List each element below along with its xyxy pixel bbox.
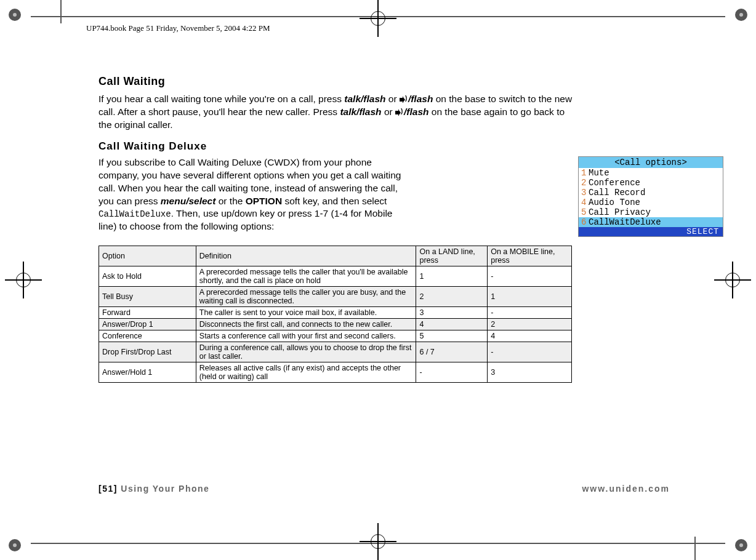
para-cwdx: If you subscribe to Call Waiting Deluxe … xyxy=(99,156,412,234)
text: or xyxy=(384,106,395,117)
footer-page-number: [51] xyxy=(99,484,121,494)
footer-url: www.uniden.com xyxy=(582,484,670,494)
table-row: Answer/Hold 1Releases all active calls (… xyxy=(99,362,572,383)
cell-definition: Disconnects the first call, and connects… xyxy=(196,319,416,330)
registration-mark-left xyxy=(5,262,42,298)
options-table: Option Definition On a LAND line, press … xyxy=(99,246,572,383)
lcd-menu-row: 2Conference xyxy=(579,178,723,188)
cell-option: Ask to Hold xyxy=(99,266,196,287)
cell-option: Answer/Drop 1 xyxy=(99,319,196,330)
lcd-menu-row: 4Audio Tone xyxy=(579,198,723,207)
th-option: Option xyxy=(99,246,196,266)
cell-definition: During a conference call, allows you to … xyxy=(196,342,416,362)
page-footer: [51] Using Your Phone www.uniden.com xyxy=(99,484,670,494)
lcd-softkey: SELECT xyxy=(579,227,723,236)
row-number: 2 xyxy=(581,178,589,188)
row-number: 5 xyxy=(581,207,589,217)
lcd-menu-row: 1Mute xyxy=(579,168,723,178)
speaker-icon xyxy=(400,97,408,103)
row-label: Call Privacy xyxy=(589,207,651,217)
cell-option: Tell Busy xyxy=(99,287,196,307)
table-row: Answer/Drop 1 Disconnects the first call… xyxy=(99,319,572,330)
cell-mobile: 4 xyxy=(488,330,572,342)
cell-mobile: - xyxy=(488,307,572,319)
lcd-menu-row: 5Call Privacy xyxy=(579,207,723,217)
row-number: 6 xyxy=(581,217,589,227)
cell-land: - xyxy=(416,362,488,383)
footer-page-title: Using Your Phone xyxy=(121,484,209,494)
row-label: CallWaitDeluxe xyxy=(589,217,661,227)
th-land: On a LAND line, press xyxy=(416,246,488,266)
cell-definition: Starts a conference call with your first… xyxy=(196,330,416,342)
bottom-tick xyxy=(694,537,696,560)
cell-definition: The caller is sent to your voice mail bo… xyxy=(196,307,416,319)
cell-option: Drop First/Drop Last xyxy=(99,342,196,362)
table-row: ConferenceStarts a conference call with … xyxy=(99,330,572,342)
heading-call-waiting: Call Waiting xyxy=(99,75,573,88)
row-label: Audio Tone xyxy=(589,198,640,207)
crop-mark-top-left xyxy=(9,9,21,21)
cell-land: 4 xyxy=(416,319,488,330)
speaker-icon xyxy=(395,110,404,116)
phone-lcd-screenshot: <Call options> 1Mute 2Conference 3Call R… xyxy=(578,156,723,238)
cell-option: Forward xyxy=(99,307,196,319)
lcd-title: <Call options> xyxy=(579,157,723,168)
cell-mobile: 2 xyxy=(488,319,572,330)
key-talk-flash: talk/flash xyxy=(340,106,381,117)
cell-definition: A prerecorded message tells the caller t… xyxy=(196,266,416,287)
para-call-waiting: If you hear a call waiting tone while yo… xyxy=(99,93,573,132)
menu-item-name: CallWaitDeluxe xyxy=(99,209,171,219)
cell-mobile: 1 xyxy=(488,287,572,307)
th-definition: Definition xyxy=(196,246,416,266)
cell-definition: Releases all active calls (if any exist)… xyxy=(196,362,416,383)
row-label: Conference xyxy=(589,178,640,188)
cell-land: 6 / 7 xyxy=(416,342,488,362)
page-content: Call Waiting If you hear a call waiting … xyxy=(99,75,573,383)
cell-mobile: 3 xyxy=(488,362,572,383)
row-label: Call Record xyxy=(589,188,645,198)
cwdx-row: If you subscribe to Call Waiting Deluxe … xyxy=(99,156,573,234)
key-flash: /flash xyxy=(408,94,433,104)
lcd-menu-row: 3Call Record xyxy=(579,188,723,198)
registration-mark-bottom xyxy=(360,523,396,560)
footer-page: [51] Using Your Phone xyxy=(99,484,209,494)
registration-mark-right xyxy=(714,262,751,298)
crop-mark-bottom-right xyxy=(735,539,747,551)
cell-land: 2 xyxy=(416,287,488,307)
row-label: Mute xyxy=(589,168,609,178)
cell-mobile: - xyxy=(488,342,572,362)
cell-option: Conference xyxy=(99,330,196,342)
key-flash: /flash xyxy=(404,106,428,117)
softkey-option: OPTION xyxy=(246,196,282,206)
row-number: 4 xyxy=(581,198,589,207)
th-mobile: On a MOBILE line, press xyxy=(488,246,572,266)
cell-land: 3 xyxy=(416,307,488,319)
registration-mark-top xyxy=(360,0,396,37)
text: or the xyxy=(219,196,246,206)
table-row: Drop First/Drop LastDuring a conference … xyxy=(99,342,572,362)
table-header-row: Option Definition On a LAND line, press … xyxy=(99,246,572,266)
cell-land: 1 xyxy=(416,266,488,287)
lcd-menu-row-selected: 6CallWaitDeluxe xyxy=(579,217,723,227)
table-row: Ask to HoldA prerecorded message tells t… xyxy=(99,266,572,287)
crop-mark-bottom-left xyxy=(9,539,21,551)
row-number: 3 xyxy=(581,188,589,198)
top-tick xyxy=(60,0,62,23)
text: If you hear a call waiting tone while yo… xyxy=(99,94,344,104)
page-header: UP744.book Page 51 Friday, November 5, 2… xyxy=(86,23,270,33)
heading-cwdx: Call Waiting Deluxe xyxy=(99,140,573,153)
row-number: 1 xyxy=(581,168,589,178)
cell-land: 5 xyxy=(416,330,488,342)
table-row: ForwardThe caller is sent to your voice … xyxy=(99,307,572,319)
cell-mobile: - xyxy=(488,266,572,287)
cell-definition: A prerecorded message tells the caller y… xyxy=(196,287,416,307)
crop-mark-top-right xyxy=(735,9,747,21)
table-row: Tell Busy A prerecorded message tells th… xyxy=(99,287,572,307)
cell-option: Answer/Hold 1 xyxy=(99,362,196,383)
text: or xyxy=(388,94,400,104)
key-menu-select: menu/select xyxy=(161,196,216,206)
text: soft key, and then select xyxy=(284,196,387,206)
key-talk-flash: talk/flash xyxy=(344,94,385,104)
